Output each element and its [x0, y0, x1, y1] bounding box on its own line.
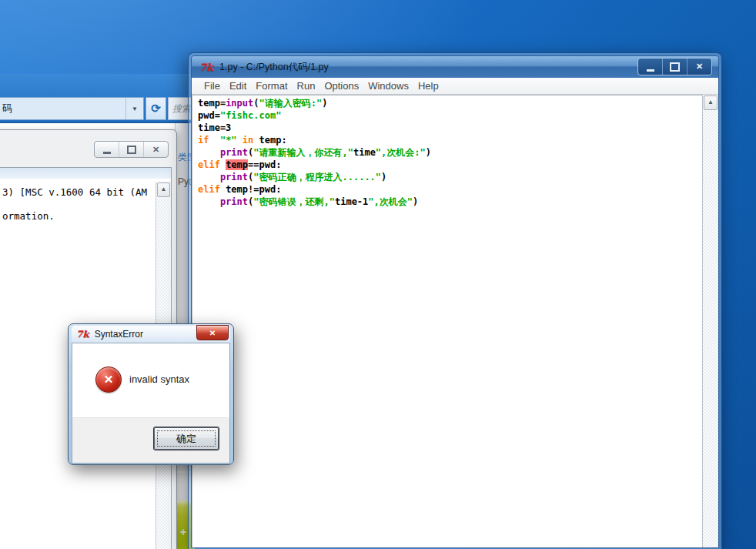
close-button[interactable]: ✕ — [687, 59, 711, 75]
shell-maximize-button[interactable] — [119, 142, 143, 157]
code-line: temp=input("请输入密码:") — [198, 97, 701, 109]
minimize-icon — [103, 152, 111, 154]
idle-window-controls: ✕ — [637, 58, 712, 75]
dialog-footer: 确定 — [72, 417, 230, 464]
window-title: 1.py - C:/Python代码/1.py — [219, 61, 329, 74]
menu-run[interactable]: Run — [293, 80, 320, 92]
shell-close-button[interactable]: ✕ — [143, 142, 168, 157]
code-editor-area[interactable]: temp=input("请输入密码:")pwd="fishc.com"time=… — [198, 97, 701, 547]
error-highlight-token: temp — [226, 159, 248, 170]
error-icon: ✕ — [95, 367, 122, 393]
code-line: print("请重新输入，你还有,"time",次机会:") — [198, 146, 701, 159]
menu-file[interactable]: File — [199, 80, 225, 92]
dialog-title-bar[interactable]: 7k SyntaxError ✕ — [72, 326, 230, 343]
shell-window-controls: ✕ — [94, 141, 169, 158]
ok-button[interactable]: 确定 — [154, 427, 219, 450]
refresh-icon: ⟳ — [151, 102, 161, 115]
maximize-icon — [127, 146, 136, 154]
tk-logo-icon: 7k — [199, 62, 213, 73]
menu-bar: FileEditFormatRunOptionsWindowsHelp — [192, 78, 718, 95]
close-icon: ✕ — [696, 62, 703, 72]
shell-minimize-button[interactable] — [95, 142, 119, 157]
idle-title-bar[interactable]: 7k 1.py - C:/Python代码/1.py ✕ — [192, 56, 718, 78]
scroll-up-icon[interactable]: ▲ — [157, 182, 170, 197]
menu-windows[interactable]: Windows — [363, 80, 413, 92]
ok-button-label: 确定 — [176, 432, 196, 446]
code-line: if "*" in temp: — [198, 134, 701, 146]
idle-editor-window: 7k 1.py - C:/Python代码/1.py ✕ FileEditFor… — [188, 52, 722, 549]
maximize-icon — [670, 62, 680, 72]
code-line: pwd="fishc.com" — [198, 109, 701, 122]
address-path-text: 码 — [2, 102, 125, 115]
code-line: print("密码正确，程序进入......") — [198, 171, 701, 183]
shell-top-band — [0, 168, 171, 179]
menu-format[interactable]: Format — [251, 80, 292, 92]
editor-content: temp=input("请输入密码:")pwd="fishc.com"time=… — [192, 95, 718, 547]
code-line: elif temp==pwd: — [198, 159, 701, 171]
chevron-down-icon[interactable]: ▼ — [125, 98, 143, 119]
close-icon: ✕ — [209, 329, 216, 337]
code-line: time=3 — [198, 122, 701, 134]
shell-output-line: ormation. — [2, 210, 55, 222]
explorer-toolbar: 码 ▼ ⟳ 搜索 — [0, 74, 194, 123]
dialog-body: ✕ invalid syntax — [72, 343, 230, 417]
shell-output-line: 3) [MSC v.1600 64 bit (AM — [2, 186, 147, 198]
dialog-title: SyntaxError — [95, 329, 143, 340]
menu-edit[interactable]: Edit — [225, 80, 251, 92]
minimize-icon — [647, 69, 654, 72]
tk-logo-icon: 7k — [76, 329, 89, 340]
menu-options[interactable]: Options — [319, 80, 363, 92]
maximize-button[interactable] — [662, 59, 687, 75]
minimize-button[interactable] — [638, 59, 662, 75]
error-message: invalid syntax — [129, 373, 189, 385]
code-line: elif temp!=pwd: — [198, 183, 701, 196]
refresh-button[interactable]: ⟳ — [146, 97, 166, 120]
explorer-address-bar[interactable]: 码 ▼ — [0, 97, 144, 120]
dialog-close-button[interactable]: ✕ — [196, 325, 229, 340]
scroll-up-icon[interactable]: ▲ — [704, 95, 718, 110]
menu-help[interactable]: Help — [413, 80, 443, 92]
editor-scrollbar[interactable]: ▲ — [702, 95, 718, 547]
close-icon: ✕ — [152, 145, 159, 155]
syntax-error-dialog: 7k SyntaxError ✕ ✕ invalid syntax 确定 — [68, 323, 234, 465]
sparkle-icon: + — [180, 526, 186, 538]
code-line: print("密码错误，还剩,"time-1",次机会") — [198, 196, 701, 208]
